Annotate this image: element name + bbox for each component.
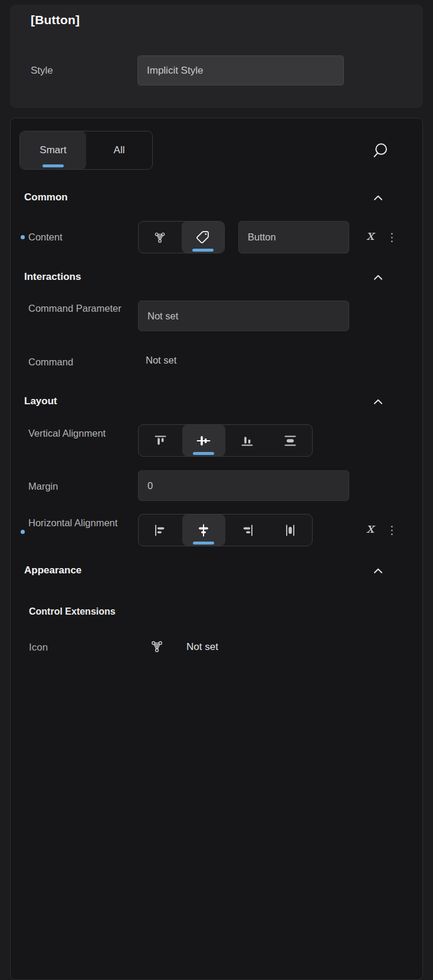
section-layout-collapse-button[interactable] — [372, 395, 385, 408]
vertical-align-top-button[interactable] — [139, 425, 182, 456]
vertical-alignment-active-indicator — [193, 452, 214, 455]
align-vertical-center-icon — [195, 434, 212, 448]
align-top-icon — [152, 434, 169, 448]
horizontal-alignment-more-options-button[interactable]: ⋮ — [386, 523, 398, 537]
vertical-align-stretch-button[interactable] — [269, 425, 313, 456]
chevron-up-icon — [372, 192, 385, 204]
selected-element-title: [Button] — [31, 13, 80, 27]
tab-smart[interactable]: Smart — [20, 131, 86, 169]
vertical-stretch-icon — [282, 434, 298, 448]
tag-icon — [195, 229, 211, 245]
section-layout-title: Layout — [24, 395, 57, 407]
horizontal-alignment-label: Horizontal Alignment — [28, 514, 123, 531]
tab-all-label: All — [114, 144, 125, 156]
content-more-options-button[interactable]: ⋮ — [386, 230, 398, 244]
section-interactions-collapse-button[interactable] — [372, 271, 385, 284]
icon-label: Icon — [29, 642, 48, 654]
horizontal-align-right-button[interactable] — [225, 514, 269, 546]
control-extensions-title: Control Extensions — [29, 606, 116, 617]
section-common-collapse-button[interactable] — [372, 192, 385, 204]
margin-input[interactable]: 0 — [138, 470, 349, 501]
content-mode-resource-button[interactable] — [139, 222, 182, 253]
vertical-align-center-button[interactable] — [182, 425, 226, 456]
content-value-input[interactable]: Button — [238, 221, 349, 253]
search-button[interactable] — [367, 138, 393, 164]
content-markup-extension-button[interactable]: x — [366, 227, 374, 243]
align-horizontal-center-icon — [195, 523, 212, 537]
tab-smart-active-indicator — [42, 164, 64, 167]
resource-icon — [149, 638, 165, 655]
section-appearance-title: Appearance — [24, 565, 81, 576]
style-input[interactable]: Implicit Style — [137, 55, 344, 85]
section-interactions-title: Interactions — [24, 271, 81, 283]
content-mode-active-indicator — [192, 249, 214, 252]
command-value[interactable]: Not set — [146, 355, 176, 366]
horizontal-alignment-markup-extension-button[interactable]: x — [366, 520, 374, 536]
selection-header-card: [Button] Style Implicit Style — [10, 5, 423, 108]
view-tabs: Smart All — [19, 131, 153, 170]
margin-label: Margin — [28, 478, 123, 494]
section-common-title: Common — [24, 192, 68, 203]
horizontal-align-stretch-button[interactable] — [269, 514, 313, 546]
content-label: Content — [28, 229, 123, 245]
chevron-up-icon — [372, 565, 385, 578]
search-icon — [370, 141, 389, 160]
vertical-alignment-label: Vertical Alignment — [28, 425, 123, 441]
horizontal-alignment-modified-indicator — [21, 530, 25, 534]
tab-smart-label: Smart — [40, 144, 66, 156]
command-parameter-input[interactable]: Not set — [138, 301, 349, 331]
align-right-icon — [239, 523, 255, 537]
horizontal-align-left-button[interactable] — [139, 514, 182, 546]
chevron-up-icon — [372, 271, 385, 284]
icon-resource-button[interactable] — [149, 638, 165, 655]
horizontal-align-center-button[interactable] — [182, 514, 226, 546]
section-appearance-collapse-button[interactable] — [372, 565, 385, 578]
align-left-icon — [152, 523, 169, 537]
command-label: Command — [28, 354, 123, 370]
content-mode-segmented-control — [138, 221, 225, 253]
horizontal-stretch-icon — [282, 523, 298, 537]
command-parameter-label: Command Parameter — [28, 300, 123, 316]
horizontal-alignment-active-indicator — [193, 542, 214, 545]
properties-panel: Smart All Common Content — [10, 118, 423, 980]
chevron-up-icon — [372, 395, 385, 408]
style-label: Style — [31, 65, 53, 77]
vertical-align-bottom-button[interactable] — [225, 425, 269, 456]
align-bottom-icon — [239, 434, 255, 448]
horizontal-alignment-segmented-control — [138, 514, 313, 546]
tab-all[interactable]: All — [86, 131, 152, 169]
resource-icon — [152, 230, 168, 245]
content-mode-literal-button[interactable] — [182, 222, 225, 253]
content-modified-indicator — [21, 235, 25, 239]
vertical-alignment-segmented-control — [138, 424, 313, 457]
icon-value[interactable]: Not set — [186, 641, 218, 653]
